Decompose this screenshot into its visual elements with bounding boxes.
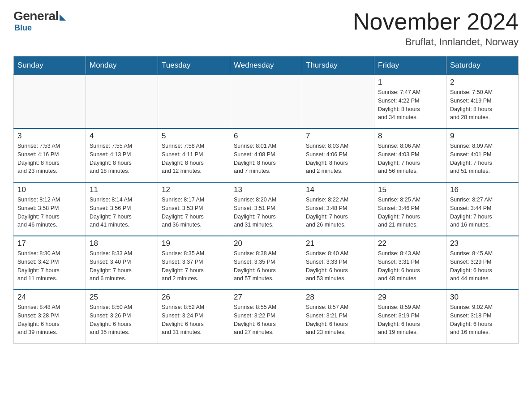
page-header: General Blue November 2024 Bruflat, Innl… [13,9,519,48]
day-number: 13 [234,185,298,194]
logo-arrow-icon [60,14,66,21]
day-info: Sunrise: 7:50 AMSunset: 4:19 PMDaylight:… [450,88,515,122]
day-number: 30 [450,293,515,302]
day-number: 20 [234,239,298,248]
day-info: Sunrise: 8:09 AMSunset: 4:01 PMDaylight:… [450,142,515,176]
day-number: 16 [450,185,515,194]
calendar-cell [230,75,302,128]
calendar-cell: 11Sunrise: 8:14 AMSunset: 3:56 PMDayligh… [86,182,158,236]
day-info: Sunrise: 8:48 AMSunset: 3:28 PMDaylight:… [17,303,82,337]
day-number: 11 [90,185,154,194]
day-number: 27 [234,293,298,302]
day-info: Sunrise: 8:45 AMSunset: 3:29 PMDaylight:… [450,249,515,283]
calendar-week-3: 10Sunrise: 8:12 AMSunset: 3:58 PMDayligh… [14,182,519,236]
day-number: 17 [17,239,82,248]
calendar-cell: 7Sunrise: 8:03 AMSunset: 4:06 PMDaylight… [302,128,374,182]
calendar-cell: 8Sunrise: 8:06 AMSunset: 4:03 PMDaylight… [374,128,446,182]
calendar-cell: 25Sunrise: 8:50 AMSunset: 3:26 PMDayligh… [86,290,158,343]
calendar-cell: 15Sunrise: 8:25 AMSunset: 3:46 PMDayligh… [374,182,446,236]
day-number: 15 [378,185,442,194]
calendar-cell: 2Sunrise: 7:50 AMSunset: 4:19 PMDaylight… [446,75,519,128]
day-number: 24 [17,293,82,302]
day-number: 12 [162,185,226,194]
day-number: 9 [450,132,515,141]
calendar-cell: 23Sunrise: 8:45 AMSunset: 3:29 PMDayligh… [446,236,519,290]
logo: General Blue [13,9,66,33]
calendar-cell: 22Sunrise: 8:43 AMSunset: 3:31 PMDayligh… [374,236,446,290]
day-info: Sunrise: 8:43 AMSunset: 3:31 PMDaylight:… [378,249,442,283]
calendar-cell: 12Sunrise: 8:17 AMSunset: 3:53 PMDayligh… [158,182,230,236]
day-info: Sunrise: 8:01 AMSunset: 4:08 PMDaylight:… [234,142,298,176]
calendar-cell [86,75,158,128]
calendar-cell: 3Sunrise: 7:53 AMSunset: 4:16 PMDaylight… [14,128,86,182]
day-info: Sunrise: 8:35 AMSunset: 3:37 PMDaylight:… [162,249,226,283]
title-section: November 2024 Bruflat, Innlandet, Norway [353,9,519,48]
calendar-week-5: 24Sunrise: 8:48 AMSunset: 3:28 PMDayligh… [14,290,519,343]
day-number: 19 [162,239,226,248]
day-info: Sunrise: 8:55 AMSunset: 3:22 PMDaylight:… [234,303,298,337]
month-title: November 2024 [353,9,519,34]
calendar-cell [14,75,86,128]
day-info: Sunrise: 8:12 AMSunset: 3:58 PMDaylight:… [17,196,82,229]
calendar-table: SundayMondayTuesdayWednesdayThursdayFrid… [13,56,519,344]
day-info: Sunrise: 7:53 AMSunset: 4:16 PMDaylight:… [17,142,82,176]
calendar-cell: 27Sunrise: 8:55 AMSunset: 3:22 PMDayligh… [230,290,302,343]
calendar-cell [158,75,230,128]
day-info: Sunrise: 7:47 AMSunset: 4:22 PMDaylight:… [378,88,442,122]
day-number: 18 [90,239,154,248]
day-number: 14 [306,185,370,194]
calendar-cell: 5Sunrise: 7:58 AMSunset: 4:11 PMDaylight… [158,128,230,182]
day-number: 6 [234,132,298,141]
day-info: Sunrise: 8:33 AMSunset: 3:40 PMDaylight:… [90,249,154,283]
logo-general-text: General [13,9,59,23]
calendar-cell: 21Sunrise: 8:40 AMSunset: 3:33 PMDayligh… [302,236,374,290]
calendar-header-friday: Friday [374,56,446,75]
calendar-cell: 9Sunrise: 8:09 AMSunset: 4:01 PMDaylight… [446,128,519,182]
day-number: 1 [378,78,442,87]
calendar-cell: 16Sunrise: 8:27 AMSunset: 3:44 PMDayligh… [446,182,519,236]
day-number: 26 [162,293,226,302]
day-number: 7 [306,132,370,141]
day-number: 5 [162,132,226,141]
day-info: Sunrise: 8:50 AMSunset: 3:26 PMDaylight:… [90,303,154,337]
calendar-cell: 18Sunrise: 8:33 AMSunset: 3:40 PMDayligh… [86,236,158,290]
day-info: Sunrise: 8:20 AMSunset: 3:51 PMDaylight:… [234,196,298,229]
day-number: 21 [306,239,370,248]
calendar-cell: 29Sunrise: 8:59 AMSunset: 3:19 PMDayligh… [374,290,446,343]
calendar-cell: 6Sunrise: 8:01 AMSunset: 4:08 PMDaylight… [230,128,302,182]
day-number: 3 [17,132,82,141]
logo-blue-text: Blue [14,23,32,32]
day-info: Sunrise: 8:25 AMSunset: 3:46 PMDaylight:… [378,196,442,229]
calendar-header-wednesday: Wednesday [230,56,302,75]
calendar-week-2: 3Sunrise: 7:53 AMSunset: 4:16 PMDaylight… [14,128,519,182]
day-number: 22 [378,239,442,248]
day-info: Sunrise: 8:06 AMSunset: 4:03 PMDaylight:… [378,142,442,176]
day-info: Sunrise: 8:27 AMSunset: 3:44 PMDaylight:… [450,196,515,229]
day-info: Sunrise: 7:58 AMSunset: 4:11 PMDaylight:… [162,142,226,176]
calendar-cell: 28Sunrise: 8:57 AMSunset: 3:21 PMDayligh… [302,290,374,343]
calendar-header-monday: Monday [86,56,158,75]
day-number: 25 [90,293,154,302]
day-info: Sunrise: 8:52 AMSunset: 3:24 PMDaylight:… [162,303,226,337]
day-number: 29 [378,293,442,302]
calendar-cell [302,75,374,128]
day-info: Sunrise: 8:14 AMSunset: 3:56 PMDaylight:… [90,196,154,229]
day-info: Sunrise: 8:17 AMSunset: 3:53 PMDaylight:… [162,196,226,229]
calendar-cell: 4Sunrise: 7:55 AMSunset: 4:13 PMDaylight… [86,128,158,182]
day-number: 23 [450,239,515,248]
day-info: Sunrise: 8:40 AMSunset: 3:33 PMDaylight:… [306,249,370,283]
calendar-cell: 13Sunrise: 8:20 AMSunset: 3:51 PMDayligh… [230,182,302,236]
calendar-week-4: 17Sunrise: 8:30 AMSunset: 3:42 PMDayligh… [14,236,519,290]
day-info: Sunrise: 7:55 AMSunset: 4:13 PMDaylight:… [90,142,154,176]
day-number: 10 [17,185,82,194]
day-number: 28 [306,293,370,302]
calendar-week-1: 1Sunrise: 7:47 AMSunset: 4:22 PMDaylight… [14,75,519,128]
day-number: 4 [90,132,154,141]
day-info: Sunrise: 8:59 AMSunset: 3:19 PMDaylight:… [378,303,442,337]
calendar-cell: 20Sunrise: 8:38 AMSunset: 3:35 PMDayligh… [230,236,302,290]
day-info: Sunrise: 8:57 AMSunset: 3:21 PMDaylight:… [306,303,370,337]
calendar-header-row: SundayMondayTuesdayWednesdayThursdayFrid… [14,56,519,75]
calendar-cell: 26Sunrise: 8:52 AMSunset: 3:24 PMDayligh… [158,290,230,343]
calendar-cell: 1Sunrise: 7:47 AMSunset: 4:22 PMDaylight… [374,75,446,128]
day-number: 8 [378,132,442,141]
